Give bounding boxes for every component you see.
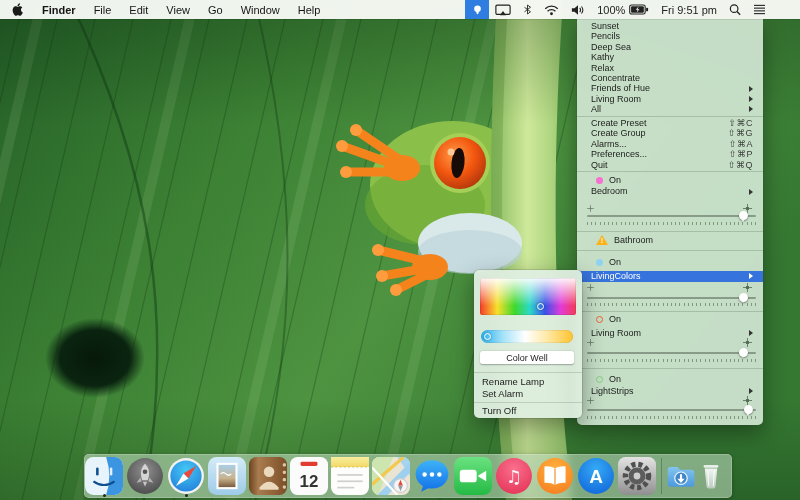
menu-separator (577, 250, 763, 251)
bright-sun-icon (743, 395, 752, 404)
spotlight-search-icon (729, 3, 741, 16)
dock-finder[interactable] (85, 457, 123, 495)
submenu-arrow-icon (749, 86, 753, 92)
slider-ticks (587, 303, 756, 306)
menu-separator (577, 116, 763, 117)
warning-icon: ! (596, 235, 608, 245)
menu-item-living-room[interactable]: Living Room (577, 328, 763, 339)
menu-window[interactable]: Window (232, 0, 289, 19)
slider-ticks (587, 416, 756, 419)
temperature-indicator[interactable] (484, 333, 491, 340)
spotlight-item[interactable] (723, 0, 747, 19)
slider-knob[interactable] (744, 405, 753, 414)
menu-item-livingcolors-selected[interactable]: LivingColors (577, 271, 763, 283)
display-mirroring-icon (495, 4, 511, 16)
menu-item-all[interactable]: All (577, 104, 763, 114)
menu-separator (577, 231, 763, 232)
menu-separator (577, 171, 763, 172)
shortcut: ⇧⌘P (729, 149, 753, 159)
menu-item-create-group[interactable]: Create Group⇧⌘G (577, 128, 763, 138)
menu-item-set-alarm[interactable]: Set Alarm (474, 388, 582, 399)
color-temperature-slider[interactable] (481, 330, 573, 343)
bedroom-status-label: On (609, 175, 621, 186)
livingcolors-brightness-slider[interactable] (587, 297, 756, 299)
menu-item-sunset[interactable]: Sunset (577, 21, 763, 31)
menu-file[interactable]: File (85, 0, 121, 19)
menu-view[interactable]: View (157, 0, 199, 19)
menu-item-bathroom[interactable]: ! Bathroom (577, 235, 763, 246)
bluetooth-item[interactable] (517, 0, 538, 19)
menu-item-rename-lamp[interactable]: Rename Lamp (474, 376, 582, 387)
hue-bulb-icon (471, 3, 484, 17)
menu-go[interactable]: Go (199, 0, 232, 19)
slider-ticks (587, 222, 756, 225)
livingcolors-brightness-icons (587, 284, 751, 292)
menu-item-deep-sea[interactable]: Deep Sea (577, 42, 763, 52)
color-picker-indicator[interactable] (537, 303, 544, 310)
apple-logo-icon (12, 3, 23, 16)
dock-facetime[interactable] (454, 457, 492, 495)
wifi-icon (544, 4, 559, 16)
dock-app-store[interactable]: A (577, 457, 615, 495)
menu-help[interactable]: Help (289, 0, 330, 19)
dock-safari[interactable] (167, 457, 205, 495)
dock-contacts[interactable] (249, 457, 287, 495)
shortcut: ⇧⌘A (729, 139, 753, 149)
menu-edit[interactable]: Edit (120, 0, 157, 19)
menu-item-friends-of-hue[interactable]: Friends of Hue (577, 83, 763, 93)
menu-item-lightstrips[interactable]: LightStrips (577, 386, 763, 397)
dock-separator (661, 458, 662, 494)
dock-notes[interactable] (331, 457, 369, 495)
dock-calendar[interactable]: 12 (290, 457, 328, 495)
battery-charging-icon (629, 4, 649, 15)
bright-sun-icon (743, 338, 752, 347)
apple-menu[interactable] (0, 3, 33, 16)
lightstrips-brightness-slider[interactable] (587, 409, 756, 411)
menu-separator (577, 368, 763, 369)
dock-launchpad[interactable] (126, 457, 164, 495)
lightstrips-brightness-icons (587, 396, 751, 404)
dock-ibooks[interactable] (536, 457, 574, 495)
notification-center-item[interactable] (747, 0, 772, 19)
menu-item-bedroom[interactable]: Bedroom (577, 186, 763, 197)
dock-downloads[interactable] (665, 457, 697, 495)
color-well-button[interactable]: Color Well (480, 351, 574, 364)
dock-itunes[interactable]: ♫ (495, 457, 533, 495)
volume-icon (571, 4, 585, 16)
submenu-arrow-icon (749, 189, 753, 195)
bedroom-status-dot-icon (596, 177, 603, 184)
living-room-brightness-slider[interactable] (587, 352, 756, 354)
slider-knob[interactable] (739, 293, 748, 302)
menubar-clock[interactable]: Fri 9:51 pm (655, 0, 723, 19)
dock-messages[interactable] (413, 457, 451, 495)
menu-item-alarms[interactable]: Alarms...⇧⌘A (577, 139, 763, 149)
menu-item-preferences[interactable]: Preferences...⇧⌘P (577, 149, 763, 159)
menu-item-living-room-group[interactable]: Living Room (577, 94, 763, 104)
menu-item-concentrate[interactable]: Concentrate (577, 73, 763, 83)
dock-trash[interactable] (697, 457, 725, 495)
volume-item[interactable] (565, 0, 591, 19)
bedroom-brightness-slider[interactable] (587, 215, 756, 217)
menu-item-quit[interactable]: Quit⇧⌘Q (577, 160, 763, 170)
slider-knob[interactable] (739, 211, 748, 220)
display-mirroring-item[interactable] (489, 0, 517, 19)
dim-sun-icon (587, 339, 594, 346)
safari-running-indicator (185, 494, 188, 497)
dock-system-preferences[interactable] (618, 457, 656, 495)
hue-menubar-item[interactable] (465, 0, 489, 19)
slider-knob[interactable] (739, 348, 748, 357)
menu-item-kathy[interactable]: Kathy (577, 52, 763, 62)
menu-item-pencils[interactable]: Pencils (577, 31, 763, 41)
menu-item-turn-off[interactable]: Turn Off (474, 405, 582, 416)
bathroom-label: Bathroom (614, 235, 653, 246)
menu-item-create-preset[interactable]: Create Preset⇧⌘C (577, 118, 763, 128)
dock-maps[interactable] (372, 457, 410, 495)
menu-item-relax[interactable]: Relax (577, 63, 763, 73)
wifi-item[interactable] (538, 0, 565, 19)
color-picker-gradient[interactable] (480, 278, 576, 315)
livingcolors-status-label: On (609, 257, 621, 268)
battery-status[interactable]: 100% (591, 0, 655, 19)
menu-finder[interactable]: Finder (33, 0, 85, 19)
dock-mail[interactable] (208, 457, 246, 495)
menu-bar-status: 100% Fri 9:51 pm (465, 0, 772, 19)
